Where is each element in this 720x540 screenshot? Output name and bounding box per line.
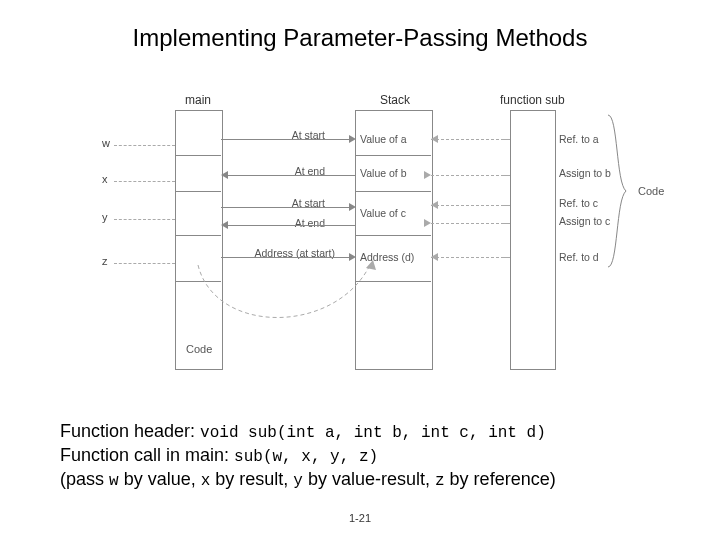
arr-y2-head bbox=[221, 221, 228, 229]
dj-c2 bbox=[504, 223, 510, 224]
l2a: Function call in main: bbox=[60, 445, 234, 465]
darr-c2-headL bbox=[424, 219, 431, 227]
col-label-main: main bbox=[185, 93, 211, 107]
l2b: sub(w, x, y, z) bbox=[234, 448, 378, 466]
l3h: z bbox=[435, 472, 445, 490]
svg-marker-0 bbox=[366, 260, 376, 270]
l3b: w bbox=[109, 472, 119, 490]
darr-b bbox=[431, 175, 504, 176]
l3d: x bbox=[201, 472, 211, 490]
div-stack-3 bbox=[355, 235, 431, 236]
var-z: z bbox=[102, 255, 108, 267]
line1: Function header: void sub(int a, int b, … bbox=[60, 420, 556, 444]
stack-c: Value of c bbox=[360, 207, 406, 219]
code-brace-label: Code bbox=[638, 185, 664, 197]
arr-y1-head bbox=[349, 203, 356, 211]
var-y: y bbox=[102, 211, 108, 223]
div-main-3 bbox=[175, 235, 221, 236]
var-w: w bbox=[102, 137, 110, 149]
sub-c1: Ref. to c bbox=[559, 197, 598, 209]
arr-y2 bbox=[228, 225, 355, 226]
l3a: (pass bbox=[60, 469, 109, 489]
guide-x bbox=[114, 181, 175, 182]
sub-c2: Assign to c bbox=[559, 215, 610, 227]
guide-y bbox=[114, 219, 175, 220]
arr-x bbox=[228, 175, 355, 176]
sub-a: Ref. to a bbox=[559, 133, 599, 145]
stack-b: Value of b bbox=[360, 167, 407, 179]
div-stack-1 bbox=[355, 155, 431, 156]
div-stack-2 bbox=[355, 191, 431, 192]
slide: Implementing Parameter-Passing Methods m… bbox=[0, 0, 720, 540]
var-x: x bbox=[102, 173, 108, 185]
page-number: 1-21 bbox=[0, 512, 720, 524]
guide-w bbox=[114, 145, 175, 146]
dj-a bbox=[504, 139, 510, 140]
dj-b bbox=[504, 175, 510, 176]
l3f: y bbox=[293, 472, 303, 490]
darr-c1 bbox=[431, 205, 504, 206]
arr-x-head bbox=[221, 171, 228, 179]
diagram: main Stack function sub w x y z At start… bbox=[90, 95, 640, 395]
l3i: by reference) bbox=[445, 469, 556, 489]
brace-icon bbox=[606, 113, 636, 273]
guide-z bbox=[114, 263, 175, 264]
darr-a-head bbox=[431, 135, 438, 143]
slide-title: Implementing Parameter-Passing Methods bbox=[0, 24, 720, 52]
bottom-text: Function header: void sub(int a, int b, … bbox=[60, 420, 556, 491]
dj-d bbox=[504, 257, 510, 258]
sub-d: Ref. to d bbox=[559, 251, 599, 263]
darr-b-headL bbox=[424, 171, 431, 179]
line3: (pass w by value, x by result, y by valu… bbox=[60, 468, 556, 492]
l3g: by value-result, bbox=[303, 469, 435, 489]
col-label-stack: Stack bbox=[380, 93, 410, 107]
darr-d bbox=[431, 257, 504, 258]
arr-w bbox=[221, 139, 349, 140]
row-y-end: At end bbox=[255, 217, 325, 229]
z-curve bbox=[175, 255, 435, 345]
arr-y1 bbox=[221, 207, 349, 208]
arr-w-head bbox=[349, 135, 356, 143]
l3e: by result, bbox=[210, 469, 293, 489]
code-main-label: Code bbox=[186, 343, 212, 355]
line2: Function call in main: sub(w, x, y, z) bbox=[60, 444, 556, 468]
l3c: by value, bbox=[119, 469, 201, 489]
darr-a bbox=[431, 139, 504, 140]
l1a: Function header: bbox=[60, 421, 200, 441]
box-sub bbox=[510, 110, 556, 370]
darr-c2 bbox=[431, 223, 504, 224]
l1b: void sub(int a, int b, int c, int d) bbox=[200, 424, 546, 442]
div-main-2 bbox=[175, 191, 221, 192]
stack-a: Value of a bbox=[360, 133, 407, 145]
sub-b: Assign to b bbox=[559, 167, 611, 179]
darr-c1-head bbox=[431, 201, 438, 209]
div-main-1 bbox=[175, 155, 221, 156]
col-label-sub: function sub bbox=[500, 93, 565, 107]
dj-c1 bbox=[504, 205, 510, 206]
